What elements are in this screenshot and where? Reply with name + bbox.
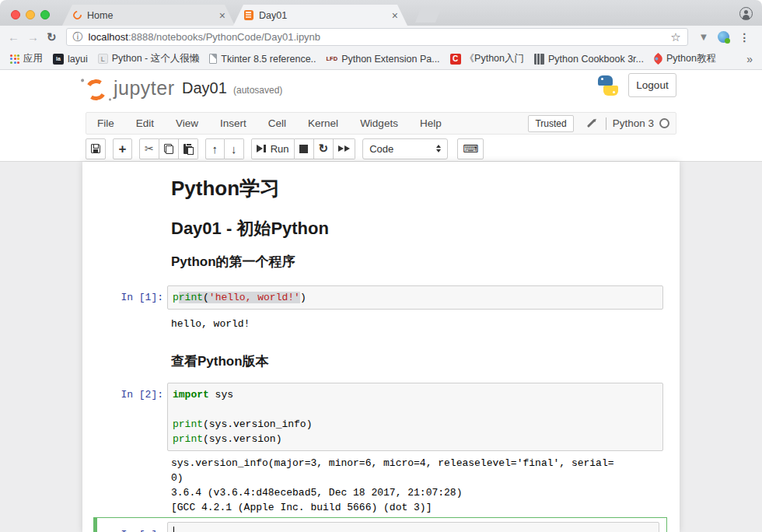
extension-globe-icon[interactable] [718, 31, 729, 43]
copy-cell-button[interactable] [159, 138, 179, 159]
input-prompt: In [1]: [82, 285, 167, 305]
refresh-icon: ↻ [319, 142, 329, 156]
forward-icon[interactable]: → [27, 30, 39, 44]
code-token: ) [300, 292, 306, 303]
menu-edit[interactable]: Edit [125, 117, 165, 129]
site-info-icon[interactable]: ⓘ [73, 30, 83, 44]
output-text: hello, world! [171, 317, 680, 331]
bookmark-layui[interactable]: la layui [53, 54, 88, 65]
back-icon[interactable]: ← [8, 30, 19, 44]
autosave-status: (autosaved) [233, 85, 282, 96]
jupyter-logo-icon[interactable] [83, 77, 108, 102]
code-cell-3-selected[interactable]: In [ ]: [93, 517, 667, 532]
bookmark-label: Python - 这个人很懒 [112, 52, 200, 65]
tab-strip: Home × Day01 × [0, 0, 762, 26]
cell-type-select[interactable]: Code [362, 138, 448, 159]
reload-icon[interactable]: ↻ [47, 30, 57, 44]
zoom-window-button[interactable] [40, 10, 50, 19]
restart-run-all-button[interactable] [334, 138, 355, 159]
run-cell-button[interactable]: Run [251, 138, 295, 159]
python-logo-icon [597, 75, 619, 96]
restart-kernel-button[interactable]: ↻ [314, 138, 334, 159]
code-token: (sys.version) [203, 433, 281, 445]
tab-home[interactable]: Home × [62, 5, 235, 26]
add-cell-button[interactable]: + [113, 138, 132, 159]
new-tab-button[interactable] [415, 7, 442, 23]
code-cell-2[interactable]: In [2]: import sys print(sys.version_inf… [82, 383, 680, 451]
code-builtin: print [173, 433, 203, 445]
rocket-icon [652, 53, 665, 65]
bookmark-python-tutorial[interactable]: Python教程 [654, 52, 716, 65]
code-cell-1[interactable]: In [1]: print('hello, world!') [82, 285, 680, 310]
menu-widgets[interactable]: Widgets [349, 117, 409, 129]
markdown-heading3[interactable]: Python的第一个程序 [171, 254, 680, 271]
close-window-button[interactable] [11, 10, 20, 19]
bookmark-apps[interactable]: 应用 [10, 52, 43, 65]
profile-icon[interactable] [739, 7, 753, 20]
paste-cell-button[interactable] [179, 138, 198, 159]
notebook-title[interactable]: Day01 [182, 79, 227, 97]
tab-day01[interactable]: Day01 × [233, 5, 407, 26]
save-button[interactable] [86, 138, 106, 159]
code-builtin: print [173, 418, 203, 430]
notebook-menubar: File Edit View Insert Cell Kernel Widget… [86, 112, 676, 135]
interrupt-kernel-button[interactable] [295, 138, 314, 159]
code-token-selected: rint [179, 292, 203, 303]
cookbook-icon [534, 54, 544, 65]
code-token-selected: ( [203, 292, 209, 303]
menu-view[interactable]: View [165, 117, 209, 129]
menu-cell[interactable]: Cell [257, 117, 297, 129]
bookmark-label: Python Extension Pa... [341, 54, 439, 65]
markdown-heading4[interactable]: 查看Python版本 [171, 353, 680, 370]
bookmarks-overflow-icon[interactable]: » [746, 53, 753, 65]
code-input-area[interactable] [167, 522, 659, 532]
close-tab-icon[interactable]: × [218, 9, 227, 22]
trusted-button[interactable]: Trusted [528, 115, 573, 132]
cut-cell-button[interactable]: ✂ [139, 138, 159, 159]
bookmark-label: layui [68, 54, 88, 65]
kernel-status-icon [659, 118, 669, 128]
close-tab-icon[interactable]: × [390, 9, 400, 22]
code-input-area[interactable]: import sys print(sys.version_info) print… [167, 383, 663, 451]
bookmark-extension[interactable]: LFD Python Extension Pa... [327, 54, 440, 65]
letter-l-icon: L [98, 54, 108, 64]
select-caret-icon [436, 145, 441, 152]
copy-icon [164, 144, 173, 154]
url-path: :8888/notebooks/PythonCode/Day01.ipynb [128, 31, 666, 43]
step-forward-icon [264, 145, 266, 152]
fast-forward-icon [338, 145, 350, 152]
chrome-menu-icon[interactable]: ⋮ [739, 31, 750, 44]
logout-button[interactable]: Logout [628, 73, 676, 97]
extension-v-icon[interactable]: ▼ [699, 31, 709, 43]
menu-kernel[interactable]: Kernel [297, 117, 349, 129]
cell-1-output: hello, world! [171, 317, 680, 331]
markdown-heading1[interactable]: Python学习 [171, 175, 680, 201]
bookmark-star-icon[interactable]: ☆ [670, 30, 680, 44]
menu-file[interactable]: File [86, 117, 125, 129]
bookmark-tkinter[interactable]: Tkinter 8.5 reference.. [209, 54, 316, 65]
move-cell-up-button[interactable]: ↑ [205, 138, 225, 159]
move-cell-down-button[interactable]: ↓ [225, 138, 244, 159]
output-text: 0) [171, 471, 680, 485]
markdown-heading2[interactable]: Day01 - 初始Python [171, 218, 680, 240]
menu-help[interactable]: Help [409, 117, 453, 129]
bookmark-python-lazy[interactable]: L Python - 这个人很懒 [98, 52, 200, 65]
layui-icon: la [53, 54, 64, 65]
kernel-name: Python 3 [613, 117, 654, 129]
bookmark-cookbook[interactable]: Python Cookbook 3r... [534, 54, 644, 65]
minimize-window-button[interactable] [26, 10, 35, 19]
tab-day01-title: Day01 [259, 10, 390, 21]
edit-title-pencil-icon[interactable] [587, 119, 596, 128]
command-palette-button[interactable]: ⌨ [457, 138, 484, 159]
code-input-area[interactable]: print('hello, world!') [167, 285, 663, 310]
jupyter-brand[interactable]: jupyter [114, 77, 175, 100]
apps-grid-icon [10, 54, 19, 64]
lfd-icon: LFD [327, 55, 338, 62]
browser-window: Home × Day01 × ← → ↻ ⓘ localhost :8888/n… [0, 0, 762, 532]
notebook-favicon [244, 10, 253, 20]
menu-insert[interactable]: Insert [209, 117, 257, 129]
bookmark-python-intro[interactable]: C 《Python入门 [450, 52, 524, 65]
url-bar[interactable]: ⓘ localhost :8888/notebooks/PythonCode/D… [66, 28, 688, 46]
input-prompt: In [ ]: [97, 522, 167, 532]
bookmark-label: Python Cookbook 3r... [548, 54, 644, 65]
